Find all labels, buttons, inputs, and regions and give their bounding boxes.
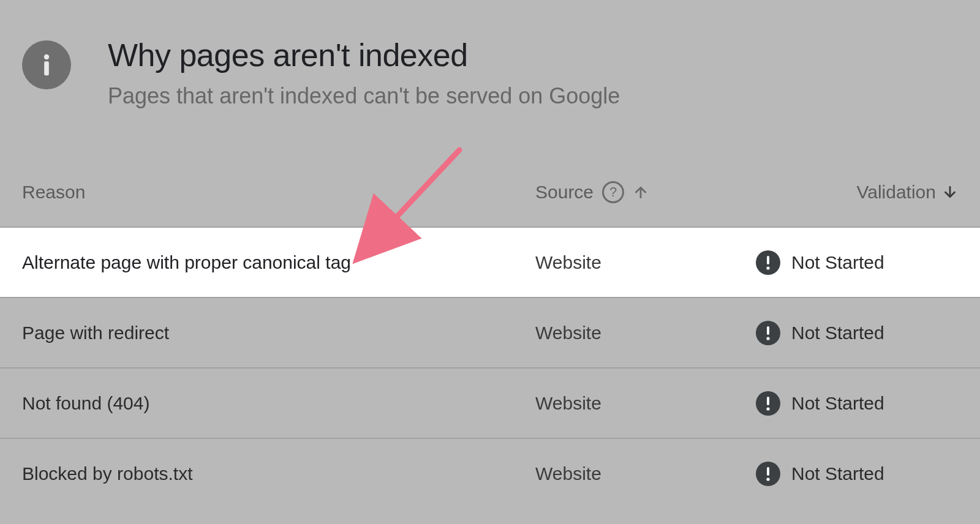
- row-validation: Not Started: [750, 391, 958, 416]
- svg-point-7: [766, 407, 769, 410]
- table-row[interactable]: Blocked by robots.txtWebsiteNot Started: [0, 438, 980, 508]
- row-source: Website: [535, 323, 750, 343]
- svg-point-5: [766, 337, 769, 340]
- svg-rect-6: [767, 397, 769, 405]
- table-body: Alternate page with proper canonical tag…: [0, 226, 980, 508]
- page-subtitle: Pages that aren't indexed can't be serve…: [108, 83, 620, 109]
- column-header-validation-label: Validation: [856, 182, 936, 203]
- row-validation-label: Not Started: [791, 463, 884, 484]
- svg-rect-2: [767, 256, 769, 264]
- column-header-source[interactable]: Source ?: [535, 181, 750, 203]
- row-validation-label: Not Started: [791, 252, 884, 273]
- table-row[interactable]: Alternate page with proper canonical tag…: [0, 226, 980, 297]
- arrow-up-icon[interactable]: [633, 184, 649, 200]
- row-reason: Blocked by robots.txt: [22, 463, 535, 484]
- row-validation: Not Started: [750, 250, 958, 275]
- exclamation-icon: [756, 462, 780, 486]
- row-reason: Not found (404): [22, 393, 535, 414]
- svg-rect-4: [767, 326, 769, 335]
- table-row[interactable]: Page with redirectWebsiteNot Started: [0, 297, 980, 367]
- row-reason: Alternate page with proper canonical tag: [22, 252, 535, 273]
- column-header-reason[interactable]: Reason: [22, 182, 535, 203]
- row-source: Website: [535, 252, 750, 273]
- svg-point-3: [766, 266, 769, 269]
- row-validation: Not Started: [750, 462, 958, 486]
- exclamation-icon: [756, 391, 780, 416]
- exclamation-icon: [756, 321, 780, 345]
- page-title: Why pages aren't indexed: [108, 37, 620, 73]
- table-header-row: Reason Source ? Validation: [0, 176, 980, 208]
- table-row[interactable]: Not found (404)WebsiteNot Started: [0, 367, 980, 438]
- svg-point-9: [766, 477, 769, 481]
- help-icon[interactable]: ?: [602, 181, 624, 203]
- row-validation: Not Started: [750, 321, 958, 345]
- column-header-validation[interactable]: Validation: [750, 182, 958, 203]
- row-validation-label: Not Started: [791, 393, 884, 414]
- column-header-source-label: Source: [535, 182, 594, 203]
- arrow-down-icon[interactable]: [942, 184, 958, 200]
- svg-point-0: [44, 54, 49, 59]
- exclamation-icon: [756, 250, 780, 275]
- row-source: Website: [535, 463, 750, 484]
- row-validation-label: Not Started: [791, 323, 884, 343]
- svg-rect-8: [767, 467, 769, 476]
- page-header: Why pages aren't indexed Pages that aren…: [0, 0, 980, 109]
- svg-rect-1: [44, 61, 49, 75]
- row-source: Website: [535, 393, 750, 414]
- row-reason: Page with redirect: [22, 323, 535, 343]
- info-icon: [22, 40, 71, 89]
